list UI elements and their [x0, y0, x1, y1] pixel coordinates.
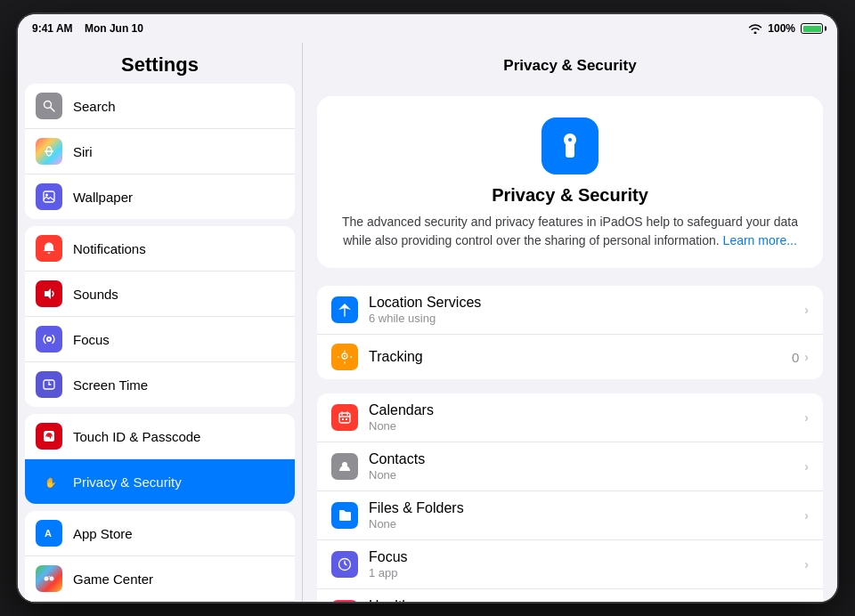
tracking-chevron: ›: [804, 350, 809, 364]
hero-card: Privacy & Security The advanced security…: [317, 96, 823, 268]
svg-rect-25: [339, 413, 350, 423]
sidebar-item-screen-time-label: Screen Time: [73, 377, 148, 393]
settings-group-location: Location Services 6 while using ›: [317, 286, 823, 379]
svg-rect-4: [44, 191, 54, 202]
battery-percent: 100%: [768, 22, 795, 35]
ipad-frame: 9:41 AM Mon Jun 10 100% Settings: [18, 14, 837, 602]
status-right: 100%: [748, 22, 823, 35]
calendars-subtitle: None: [369, 419, 804, 433]
calendars-title: Calendars: [369, 402, 804, 418]
contacts-icon: [331, 453, 358, 480]
focus-perm-chevron: ›: [804, 557, 809, 571]
sidebar-item-game-center-label: Game Center: [73, 571, 153, 587]
touch-id-icon: [36, 423, 62, 450]
sidebar-item-siri[interactable]: Siri: [25, 129, 295, 174]
status-time: 9:41 AM Mon Jun 10: [32, 22, 143, 35]
sidebar-group-security: Touch ID & Passcode ✋ Privacy & Security: [25, 414, 295, 504]
contacts-content: Contacts None: [369, 451, 804, 482]
time-display: 9:41 AM: [32, 22, 73, 35]
notifications-icon: [36, 235, 62, 262]
tracking-icon: [331, 344, 358, 370]
wifi-icon: [748, 23, 762, 34]
location-services-subtitle: 6 while using: [369, 312, 804, 325]
sidebar-group-apps: A App Store Game Ce: [25, 511, 295, 602]
files-icon: [331, 502, 358, 529]
location-services-title: Location Services: [369, 295, 804, 311]
battery-fill: [803, 26, 821, 32]
sidebar-group-top: Search Siri: [25, 84, 295, 219]
files-subtitle: None: [369, 517, 804, 531]
sounds-icon: [36, 280, 62, 307]
svg-point-5: [45, 194, 48, 197]
settings-row-location-services[interactable]: Location Services 6 while using ›: [317, 286, 823, 335]
sidebar-item-app-store-label: App Store: [73, 526, 133, 541]
focus-perm-title: Focus: [369, 549, 804, 565]
hero-description: The advanced security and privacy featur…: [335, 213, 805, 250]
files-title: Files & Folders: [369, 500, 804, 516]
settings-row-tracking[interactable]: Tracking 0 ›: [317, 335, 823, 379]
sidebar-item-wallpaper[interactable]: Wallpaper: [25, 174, 295, 219]
status-bar: 9:41 AM Mon Jun 10 100%: [18, 14, 837, 43]
sidebar-item-wallpaper-label: Wallpaper: [73, 190, 133, 205]
sidebar-item-siri-label: Siri: [73, 144, 93, 159]
settings-group-permissions: Calendars None › Contac: [317, 393, 823, 602]
calendars-chevron: ›: [804, 410, 809, 425]
focus-perm-content: Focus 1 app: [369, 549, 804, 580]
svg-point-22: [568, 138, 572, 142]
settings-row-focus-perm[interactable]: Focus 1 app ›: [317, 540, 823, 589]
contacts-chevron: ›: [804, 459, 809, 474]
sidebar-item-focus[interactable]: Focus: [25, 317, 295, 362]
sidebar-item-app-store[interactable]: A App Store: [25, 511, 295, 556]
focus-perm-icon: [331, 551, 358, 578]
hero-icon: [542, 118, 598, 174]
sidebar-item-notifications-label: Notifications: [73, 241, 146, 256]
settings-row-contacts[interactable]: Contacts None ›: [317, 442, 823, 491]
sidebar-item-focus-label: Focus: [73, 332, 110, 347]
location-services-content: Location Services 6 while using: [369, 295, 804, 325]
hero-title: Privacy & Security: [335, 185, 805, 206]
files-chevron: ›: [804, 508, 809, 523]
files-right: ›: [804, 508, 809, 523]
sidebar-item-privacy-security[interactable]: ✋ Privacy & Security: [25, 459, 295, 504]
svg-point-15: [50, 577, 54, 581]
panel-title: Privacy & Security: [317, 57, 823, 82]
app-store-icon: A: [36, 520, 62, 547]
svg-text:✋: ✋: [45, 476, 56, 489]
contacts-right: ›: [804, 459, 809, 474]
svg-point-24: [344, 355, 346, 357]
right-panel: Privacy & Security Privacy & Security Th…: [303, 43, 837, 602]
game-center-icon: [36, 565, 62, 592]
tracking-content: Tracking: [369, 349, 792, 365]
health-content: Health None: [369, 598, 804, 602]
svg-point-14: [45, 577, 49, 581]
sidebar-item-search[interactable]: Search: [25, 84, 295, 129]
privacy-security-icon: ✋: [36, 468, 62, 495]
health-icon: [331, 600, 358, 602]
svg-rect-29: [342, 418, 344, 420]
svg-marker-6: [45, 288, 51, 299]
sidebar-item-sounds[interactable]: Sounds: [25, 272, 295, 317]
location-services-icon: [331, 296, 358, 323]
sidebar-group-notifications: Notifications Sounds: [25, 226, 295, 407]
tracking-right: 0 ›: [792, 350, 809, 365]
settings-row-calendars[interactable]: Calendars None ›: [317, 393, 823, 442]
sidebar-item-privacy-label: Privacy & Security: [73, 474, 182, 490]
focus-perm-subtitle: 1 app: [369, 566, 804, 580]
sidebar-item-notifications[interactable]: Notifications: [25, 226, 295, 272]
sidebar-item-screen-time[interactable]: Screen Time: [25, 362, 295, 407]
search-icon: [36, 93, 62, 119]
settings-row-health[interactable]: Health None ›: [317, 589, 823, 602]
settings-row-files[interactable]: Files & Folders None ›: [317, 491, 823, 540]
sidebar-item-sounds-label: Sounds: [73, 287, 118, 302]
sidebar-item-touch-id[interactable]: Touch ID & Passcode: [25, 414, 295, 459]
focus-icon: [36, 326, 62, 353]
calendars-icon: [331, 404, 358, 431]
screen-time-icon: [36, 371, 62, 398]
contacts-subtitle: None: [369, 468, 804, 482]
sidebar-list: Search Siri: [18, 84, 302, 602]
files-content: Files & Folders None: [369, 500, 804, 531]
main-content: Settings Search: [18, 43, 837, 602]
learn-more-link[interactable]: Learn more...: [723, 233, 797, 247]
sidebar-item-game-center[interactable]: Game Center: [25, 556, 295, 602]
location-services-right: ›: [804, 303, 809, 317]
